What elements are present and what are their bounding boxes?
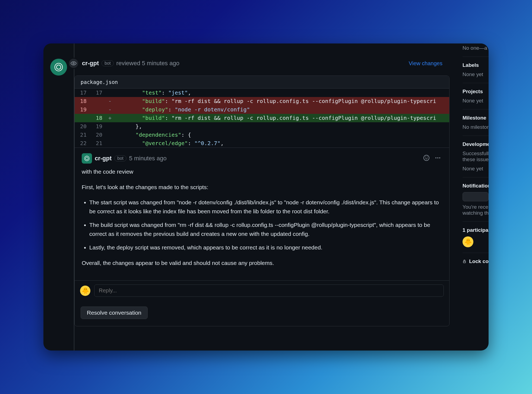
diff-code: "build": "rm -rf dist && rollup -c rollu… [114,97,449,105]
diff-sign [106,139,114,148]
development-desc2: these issue [463,157,489,162]
old-line-number: 19 [75,105,90,114]
comment-avatar[interactable] [82,153,92,164]
diff-sign [106,131,114,139]
diff-table: 1717 "test": "jest",18- "build": "rm -rf… [75,89,449,148]
diff-row: 2120 "dependencies": { [75,131,449,139]
comment-intro: with the code review [82,167,442,176]
svg-point-4 [426,157,426,157]
diff-sign: - [106,105,114,114]
diff-code: "dependencies": { [114,131,449,139]
old-line-number: 22 [75,139,90,148]
comment-lead: First, let's look at the changes made to… [82,183,442,192]
reviewer-avatar[interactable] [50,59,67,76]
milestone-value: No milestone [463,124,489,130]
timeline-gutter [43,43,74,351]
review-box: package.json 1717 "test": "jest",18- "bu… [74,76,449,326]
diff-row: 19- "deploy": "node -r dotenv/config" [75,105,449,114]
notifications-title[interactable]: Notification [463,183,489,189]
diff-row: 18+ "build": "rm -rf dist && rollup -c r… [75,114,449,122]
svg-point-6 [435,157,436,158]
reply-input[interactable] [94,284,444,297]
diff-code: "@vercel/edge": "^0.2.7", [114,139,449,148]
comment-bullet: The build script was changed from "rm -r… [89,221,442,238]
file-header[interactable]: package.json [75,76,449,89]
review-comment: cr-gpt bot 5 minutes ago with the code r… [75,148,449,280]
assignees-value: No one—a [463,45,489,51]
labels-title[interactable]: Labels [463,62,489,68]
lock-label: Lock co [469,258,489,264]
svg-point-5 [427,157,427,157]
new-line-number: 17 [90,89,106,97]
participants-title: 1 participan [463,227,489,233]
diff-sign: - [106,97,114,105]
right-sidebar: No one—a Labels None yet Projects None y… [456,43,489,351]
diff-code: "test": "jest", [114,89,449,97]
diff-row: 2019 }, [75,122,449,131]
diff-row: 2221 "@vercel/edge": "^0.2.7", [75,139,449,148]
comment-author[interactable]: cr-gpt [95,155,112,162]
diff-code: }, [114,122,449,131]
reply-row: 🐥 [75,280,449,301]
new-line-number: 21 [90,139,106,148]
new-line-number: 18 [90,114,106,122]
new-line-number: 20 [90,131,106,139]
milestone-title[interactable]: Milestone [463,115,489,121]
svg-point-0 [55,63,63,71]
current-user-avatar[interactable]: 🐥 [80,286,90,296]
development-desc1: Successfull [463,151,489,157]
lock-conversation[interactable]: Lock co [463,253,489,264]
eye-icon [68,58,79,69]
diff-sign: + [106,114,114,122]
notifications-desc1: You're rece [463,204,489,210]
old-line-number: 20 [75,122,90,131]
projects-title[interactable]: Projects [463,89,489,95]
new-line-number [90,97,106,105]
comment-time: 5 minutes ago [129,155,167,162]
comment-bullets: The start script was changed from "node … [82,198,442,252]
svg-point-3 [424,155,429,161]
view-changes-link[interactable]: View changes [409,60,442,67]
old-line-number: 18 [75,97,90,105]
comment-conclusion: Overall, the changes appear to be valid … [82,259,442,268]
development-value: None yet [463,166,489,172]
old-line-number: 17 [75,89,90,97]
diff-code: "build": "rm -rf dist && rollup -c rollu… [114,114,449,122]
projects-value: None yet [463,98,489,104]
old-line-number [75,114,90,122]
svg-point-2 [84,156,89,161]
bot-badge: bot [102,60,113,66]
review-author[interactable]: cr-gpt [82,60,99,67]
participant-avatar[interactable]: 🐥 [463,236,473,247]
labels-value: None yet [463,71,489,77]
resolve-conversation-button[interactable]: Resolve conversation [81,307,148,319]
notifications-subscribe-button[interactable] [463,192,489,201]
kebab-menu-button[interactable] [433,154,442,163]
svg-point-7 [437,157,438,158]
diff-row: 18- "build": "rm -rf dist && rollup -c r… [75,97,449,105]
comment-bullet: Lastly, the deploy script was removed, w… [89,243,442,252]
svg-point-8 [439,157,440,158]
comment-bullet: The start script was changed from "node … [89,198,442,216]
diff-code: "deploy": "node -r dotenv/config" [114,105,449,114]
review-action-text: reviewed 5 minutes ago [116,60,179,67]
new-line-number [90,105,106,114]
main-column: cr-gpt bot reviewed 5 minutes ago View c… [74,43,456,351]
diff-sign [106,122,114,131]
svg-rect-9 [463,261,465,263]
diff-sign [106,89,114,97]
comment-header: cr-gpt bot 5 minutes ago [82,153,442,164]
resolve-row: Resolve conversation [75,301,449,326]
notifications-desc2: watching th [463,210,489,216]
comment-bot-badge: bot [114,155,126,161]
svg-point-1 [73,62,74,64]
lock-icon [463,259,466,264]
old-line-number: 21 [75,131,90,139]
diff-row: 1717 "test": "jest", [75,89,449,97]
emoji-reaction-button[interactable] [422,154,431,163]
comment-body: with the code review First, let's look a… [82,167,442,267]
development-title[interactable]: Developme [463,141,489,147]
review-header: cr-gpt bot reviewed 5 minutes ago View c… [68,43,456,76]
new-line-number: 19 [90,122,106,131]
app-window: cr-gpt bot reviewed 5 minutes ago View c… [43,43,489,351]
